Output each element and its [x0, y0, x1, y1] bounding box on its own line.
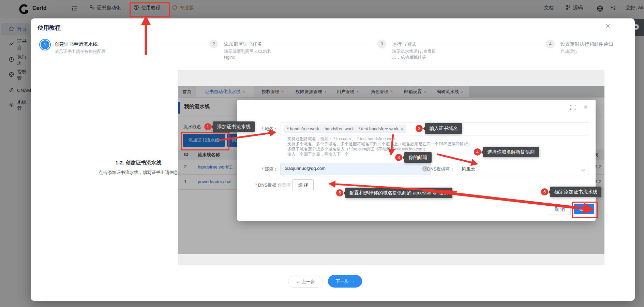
email-label: *邮箱： [262, 166, 278, 172]
step-connector [270, 44, 376, 44]
annotation-tip-2: 输入证书域名 [425, 123, 462, 134]
step-connector [113, 44, 207, 44]
annotation-badge-1: 1 [204, 123, 211, 130]
caption-title: 1-2. 创建证书流水线 [87, 160, 190, 166]
annotation-tip-1: 添加证书流水线 [213, 121, 255, 132]
dns-provider-label: *DNS提供商： [424, 166, 454, 172]
dialog-close-icon: × [584, 103, 587, 111]
dns-auth-placeholder: 请选择 [277, 182, 290, 188]
next-step-button[interactable]: 下一步 → [328, 275, 362, 288]
prev-step-button[interactable]: ← 上一步 [288, 276, 323, 288]
chevron-down-icon [581, 167, 585, 173]
annotation-badge-3: 3 [395, 154, 402, 161]
step-2-title: 添加部署证书任务 [224, 41, 262, 47]
step-3-title: 运行与测试 [392, 41, 416, 47]
domain-tag: *.test.handsfree.work× [355, 125, 406, 133]
annotation-badge-2: 2 [416, 125, 423, 132]
cancel-button: 取 消 [549, 204, 571, 215]
domain-label: *域名： [262, 126, 278, 132]
screenshot-bottom-strip [178, 254, 604, 265]
annotation-tip-4: 选择你域名解析提供商 [483, 147, 539, 157]
screenshot-top-strip [178, 70, 604, 86]
annotation-tip-5: 配置和选择你的域名提供商的 accessid 和 密钥 [345, 188, 452, 198]
domain-tag: *.handsfree.work× [284, 125, 327, 133]
step-4-indicator: 4 [546, 40, 555, 48]
domain-help-line: 输入一个回车之后，再输入下一个 [287, 151, 349, 157]
dns-auth-select-button: 选 择 [293, 179, 314, 191]
step-1-desc: 演示证书申请任务如何配置 [55, 49, 108, 55]
annotation-badge-6: 6 [541, 188, 548, 195]
step-4-title: 设置定时执行和邮件通知 [560, 41, 613, 47]
step-connector [419, 44, 544, 44]
highlight-box-confirm [572, 202, 598, 218]
annotation-tip-3: 你的邮箱 [404, 152, 432, 163]
step-3-desc: 演示流水线运行,查看日志，成功后跳过等 [392, 49, 444, 60]
modal-title: 使用教程 [38, 24, 61, 32]
highlight-box-add-button [181, 132, 229, 150]
step-1-indicator: 1 [40, 40, 50, 50]
fullscreen-icon [570, 105, 575, 112]
annotation-tip-6: 确定添加证书流水线 [550, 187, 601, 197]
step-3-indicator: 3 [377, 40, 386, 48]
step-2-indicator: 2 [209, 40, 218, 48]
step-2-desc: 演示部署到阿里云CDN和Nginx [224, 49, 280, 60]
modal-close-icon[interactable]: × [605, 21, 610, 31]
annotation-badge-5: 5 [336, 189, 343, 196]
email-input: xiaojunnuo@qq.com × [280, 163, 431, 175]
dns-provider-select: 阿里云 [457, 163, 589, 175]
page-root: Certd 证书自动化 使用教程 专业版 文档 源码 您好, [0, 0, 644, 307]
tag-remove-icon: × [401, 127, 403, 131]
highlight-box-tutorial [130, 2, 170, 17]
step-4-desc: 自动运行 [560, 49, 618, 55]
step-1-title: 创建证书申请流水线 [55, 41, 98, 47]
annotation-badge-4: 4 [474, 148, 481, 156]
